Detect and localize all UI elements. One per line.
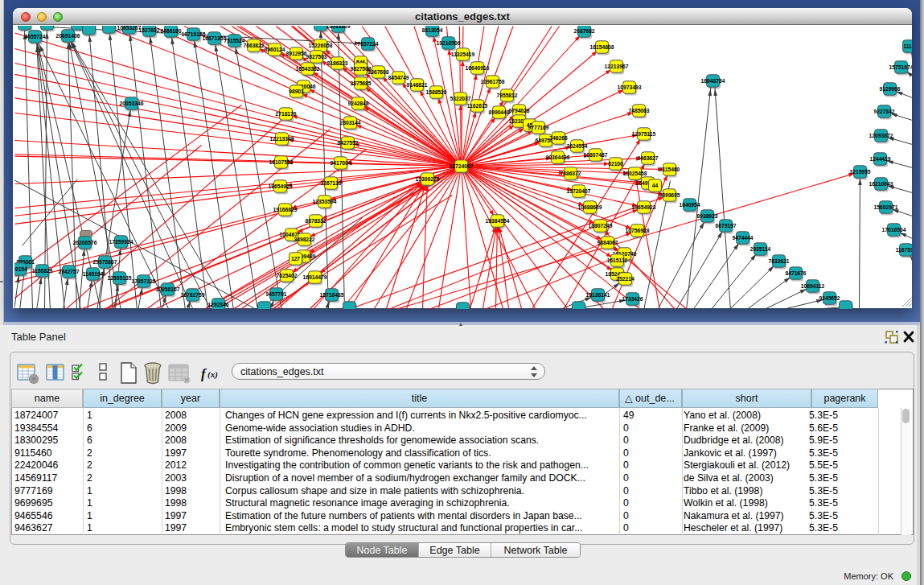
svg-text:16543382: 16543382 xyxy=(295,65,319,71)
svg-text:2935114: 2935114 xyxy=(749,245,770,251)
svg-text:15226058: 15226058 xyxy=(308,42,332,47)
svg-text:8454749: 8454749 xyxy=(388,74,409,80)
svg-text:15136141: 15136141 xyxy=(585,291,610,297)
svg-text:9115460: 9115460 xyxy=(659,166,680,171)
svg-text:19654923: 19654923 xyxy=(631,204,655,209)
svg-text:20053346: 20053346 xyxy=(119,100,143,105)
svg-text:1244419: 1244419 xyxy=(869,155,890,161)
svg-text:(x): (x) xyxy=(207,369,218,380)
svg-text:2367608: 2367608 xyxy=(368,68,388,74)
svg-text:3498222: 3498222 xyxy=(294,236,314,241)
svg-text:19384554: 19384554 xyxy=(485,217,509,223)
svg-text:9457791: 9457791 xyxy=(265,290,286,296)
svg-text:10961758: 10961758 xyxy=(480,78,504,84)
svg-text:16671355: 16671355 xyxy=(202,35,226,40)
svg-text:7663822: 7663822 xyxy=(243,42,264,47)
svg-text:6679197: 6679197 xyxy=(715,222,736,228)
svg-text:10756928: 10756928 xyxy=(625,227,649,233)
svg-text:39154: 39154 xyxy=(14,266,27,271)
svg-text:7886372: 7886372 xyxy=(560,170,581,175)
svg-text:16782759: 16782759 xyxy=(180,291,204,297)
svg-text:10025458: 10025458 xyxy=(622,170,647,175)
svg-text:16033809: 16033809 xyxy=(326,26,350,29)
svg-text:8471676: 8471676 xyxy=(785,270,806,275)
svg-text:20691406: 20691406 xyxy=(55,32,80,38)
svg-text:18807249: 18807249 xyxy=(588,222,612,228)
svg-text:3215955: 3215955 xyxy=(849,168,870,174)
svg-text:9827503: 9827503 xyxy=(306,53,326,59)
svg-text:9474444: 9474444 xyxy=(732,234,753,240)
svg-text:10958107: 10958107 xyxy=(155,286,179,291)
svg-text:2087682: 2087682 xyxy=(573,27,594,33)
svg-text:16648784: 16648784 xyxy=(700,77,725,83)
svg-text:1162615: 1162615 xyxy=(466,102,487,108)
svg-text:1112: 1112 xyxy=(903,43,912,48)
svg-text:15720407: 15720407 xyxy=(566,187,590,193)
svg-text:9146821: 9146821 xyxy=(406,81,427,87)
svg-text:1167531: 1167531 xyxy=(895,246,911,252)
svg-text:9899695: 9899695 xyxy=(659,192,680,197)
svg-text:7632621: 7632621 xyxy=(768,257,789,263)
svg-text:15716485: 15716485 xyxy=(319,291,343,297)
svg-text:12975115: 12975115 xyxy=(631,130,655,136)
svg-text:16210643: 16210643 xyxy=(869,180,893,186)
svg-text:15300275: 15300275 xyxy=(415,175,439,181)
svg-text:12093872: 12093872 xyxy=(869,132,893,138)
svg-text:62100: 62100 xyxy=(608,160,623,166)
svg-text:8878332: 8878332 xyxy=(305,217,326,223)
svg-text:16914479: 16914479 xyxy=(302,274,326,279)
svg-text:2942757: 2942757 xyxy=(58,268,79,274)
svg-text:10807487: 10807487 xyxy=(583,151,607,157)
svg-text:127: 127 xyxy=(290,255,299,261)
svg-text:9884067: 9884067 xyxy=(597,239,618,245)
svg-text:12505135: 12505135 xyxy=(107,274,131,280)
svg-text:3267130: 3267130 xyxy=(320,179,341,185)
svg-text:16154808: 16154808 xyxy=(589,43,614,49)
svg-text:8938923: 8938923 xyxy=(696,212,717,218)
svg-text:7625402: 7625402 xyxy=(276,272,297,278)
svg-text:1292346: 1292346 xyxy=(207,301,228,307)
svg-text:15751074: 15751074 xyxy=(889,64,911,69)
svg-text:12213349: 12213349 xyxy=(269,135,294,141)
svg-text:9227342: 9227342 xyxy=(873,108,894,113)
svg-text:8960124: 8960124 xyxy=(264,46,285,51)
svg-text:8912956: 8912956 xyxy=(285,50,306,56)
svg-text:9417004: 9417004 xyxy=(330,159,351,165)
svg-text:1588520: 1588520 xyxy=(425,89,446,94)
svg-text:17016504: 17016504 xyxy=(881,226,906,232)
svg-text:252214: 252214 xyxy=(616,275,634,281)
svg-text:8427552: 8427552 xyxy=(337,139,358,145)
svg-text:9245652: 9245652 xyxy=(819,295,840,300)
svg-text:20364436: 20364436 xyxy=(545,154,569,159)
svg-text:1733426: 1733426 xyxy=(622,295,643,301)
svg-text:9463627: 9463627 xyxy=(637,154,658,160)
svg-text:98901: 98901 xyxy=(289,88,304,93)
svg-text:15692971: 15692971 xyxy=(873,204,897,209)
svg-text:7955812: 7955812 xyxy=(496,92,517,97)
svg-text:4055724: 4055724 xyxy=(24,33,45,39)
svg-text:9129966: 9129966 xyxy=(879,85,900,91)
svg-text:17359924: 17359924 xyxy=(109,238,133,244)
svg-text:3624554: 3624554 xyxy=(566,142,587,148)
svg-text:1156829: 1156829 xyxy=(31,267,52,273)
svg-text:8990448: 8990448 xyxy=(488,109,509,114)
svg-text:6794028: 6794028 xyxy=(508,107,529,113)
svg-text:2803144: 2803144 xyxy=(339,119,360,125)
svg-text:12213967: 12213967 xyxy=(604,63,628,68)
svg-text:1145194: 1145194 xyxy=(82,270,103,276)
svg-text:7857224: 7857224 xyxy=(357,40,378,46)
svg-text:9777169: 9777169 xyxy=(528,124,548,130)
svg-text:9242848: 9242848 xyxy=(347,100,368,105)
svg-text:8186323: 8186323 xyxy=(326,60,347,65)
svg-text:11325419: 11325419 xyxy=(450,51,474,56)
svg-text:10973493: 10973493 xyxy=(617,84,641,89)
svg-text:10654112: 10654112 xyxy=(800,282,824,288)
svg-text:5322037: 5322037 xyxy=(450,95,470,101)
svg-text:17957225: 17957225 xyxy=(131,278,155,283)
svg-text:7515524: 7515524 xyxy=(224,37,244,43)
svg-text:746266: 746266 xyxy=(549,134,568,140)
svg-text:19218506: 19218506 xyxy=(436,39,460,45)
svg-text:2718176: 2718176 xyxy=(275,110,296,116)
svg-text:1615112: 1615112 xyxy=(606,257,627,262)
svg-text:19654925: 19654925 xyxy=(268,183,292,188)
